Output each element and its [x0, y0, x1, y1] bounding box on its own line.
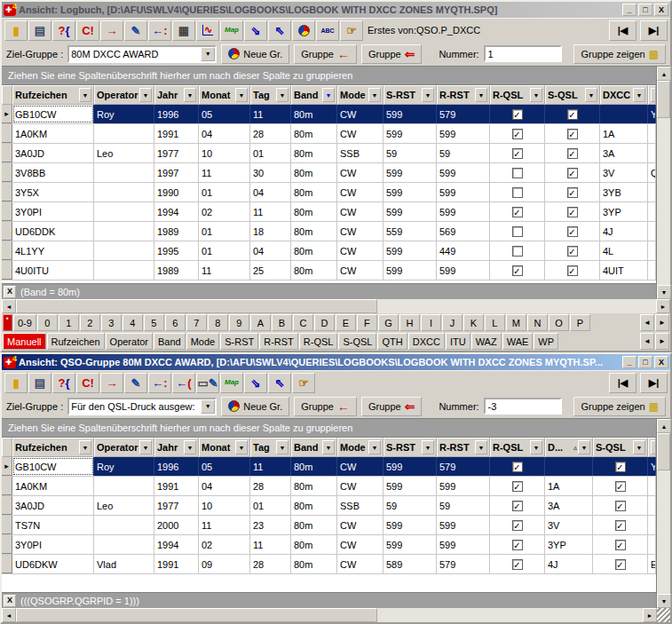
qsl-checkbox[interactable]: ✓: [567, 246, 578, 257]
column-header-tag[interactable]: Tag▼: [250, 85, 291, 105]
group-collapse-button[interactable]: ⇖: [268, 20, 291, 41]
horizontal-scrollbar[interactable]: ◄ ►: [2, 608, 670, 622]
column-filter-dropdown-icon[interactable]: ▼: [422, 88, 434, 102]
table-row[interactable]: 3A0JDLeo1977100180mSSB5959✓3A✓: [2, 496, 656, 516]
table-row[interactable]: 4U0ITU1989112580mCW599599✓✓4UIT: [2, 261, 656, 280]
titlebar-logbook[interactable]: Ansicht: Logbuch, [D:\AFU\SWLV4\QUERIES\…: [2, 2, 670, 18]
qsl-checkbox[interactable]: [512, 246, 523, 257]
qsl-checkbox[interactable]: ✓: [567, 109, 578, 120]
row-selector[interactable]: [2, 163, 12, 182]
tab-wae[interactable]: WAE: [502, 333, 534, 350]
column-header-mode[interactable]: Mode▼: [337, 438, 383, 457]
qsl-checkbox[interactable]: ✓: [512, 148, 523, 159]
row-selector[interactable]: ▸: [2, 457, 12, 476]
column-header-r-qsl[interactable]: R-QSL▼: [490, 85, 545, 105]
row-selector[interactable]: [2, 535, 12, 554]
row-selector[interactable]: ▸: [2, 105, 12, 123]
tab-m[interactable]: M: [506, 314, 526, 331]
tab-qth[interactable]: QTH: [377, 333, 407, 350]
last-record-button[interactable]: ▶|: [640, 20, 668, 41]
qsl-checkbox[interactable]: ✓: [512, 265, 523, 276]
goto-button[interactable]: ☞: [292, 373, 315, 393]
tab-waz[interactable]: WAZ: [471, 333, 502, 350]
last-record-button[interactable]: ▶|: [640, 373, 668, 393]
scroll-right-icon[interactable]: ►: [643, 608, 657, 622]
hscroll-thumb[interactable]: [16, 608, 377, 622]
tabs-scroll-left-icon[interactable]: ◄: [640, 333, 654, 350]
group-collapse-button[interactable]: ⇖: [268, 373, 291, 393]
tab-l[interactable]: L: [485, 314, 505, 331]
column-filter-dropdown-icon[interactable]: ▼: [276, 88, 289, 102]
ziel-gruppe-combobox[interactable]: Für den QSL-Druck ausgew: ▼: [67, 398, 217, 415]
chart-button[interactable]: ∿: [196, 20, 219, 41]
scroll-down-icon[interactable]: ▼: [657, 594, 671, 608]
column-header-s-qsl[interactable]: S-QSL▼: [545, 85, 600, 105]
scroll-up-icon[interactable]: ▲: [657, 419, 671, 433]
goto-button[interactable]: ☞: [340, 20, 363, 41]
group-by-dropzone[interactable]: Ziehen Sie eine Spaltenüberschrift hierh…: [2, 419, 656, 438]
tab-a[interactable]: A: [250, 314, 271, 331]
qsl-checkbox[interactable]: ✓: [567, 207, 578, 217]
form-edit-button[interactable]: ▭✎: [196, 373, 219, 393]
requery-button[interactable]: C!: [76, 20, 99, 41]
gruppe-add-button[interactable]: Gruppe ←: [294, 44, 357, 64]
sort-abc-button[interactable]: ABC: [316, 20, 339, 41]
column-header-rufzeichen[interactable]: Rufzeichen▼: [12, 438, 94, 457]
qsl-checkbox[interactable]: ✓: [567, 226, 578, 237]
vertical-scrollbar[interactable]: ▲ ▼: [656, 419, 670, 608]
column-filter-dropdown-icon[interactable]: ▼: [368, 440, 381, 454]
tab-manuell[interactable]: Manuell: [3, 333, 46, 350]
column-header-jahr[interactable]: Jahr▼: [154, 85, 199, 105]
qsl-checkbox[interactable]: [512, 226, 523, 237]
column-header-operator[interactable]: Operator▼: [94, 85, 154, 105]
row-selector[interactable]: [2, 555, 12, 573]
neue-gruppe-button[interactable]: Neue Gr.: [221, 397, 289, 416]
tab-k[interactable]: K: [463, 314, 484, 331]
vscroll-thumb[interactable]: [657, 81, 670, 118]
column-header-jahr[interactable]: Jahr▼: [154, 438, 199, 457]
column-filter-dropdown-icon[interactable]: ▼: [530, 88, 542, 102]
vscroll-track[interactable]: [657, 470, 670, 594]
hscroll-thumb[interactable]: [16, 299, 377, 313]
table-row[interactable]: 3Y0PI1994021180mCW599599✓✓3YP: [2, 202, 656, 222]
edit-note-button[interactable]: ✎: [124, 20, 147, 41]
qsl-checkbox[interactable]: ✓: [567, 168, 578, 178]
gruppe-add-all-button[interactable]: Gruppe ⇐: [361, 44, 422, 64]
tab-f[interactable]: F: [357, 314, 377, 331]
scroll-down-icon[interactable]: ▼: [657, 285, 671, 299]
row-selector[interactable]: [2, 183, 12, 201]
tab-r-rst[interactable]: R-RST: [259, 333, 298, 350]
row-selector[interactable]: [2, 516, 12, 534]
prior-minus-button[interactable]: ←:: [148, 20, 171, 41]
table-row[interactable]: 1A0KM1991042880mCW599599✓1A✓: [2, 477, 656, 496]
gruppe-zeigen-button[interactable]: Gruppe zeigen ▩: [573, 397, 666, 416]
tab-band[interactable]: Band: [154, 333, 186, 350]
tab-s-rst[interactable]: S-RST: [220, 333, 258, 350]
table-row[interactable]: 3Y5X1990010480mCW599599✓3YB: [2, 183, 656, 202]
column-filter-dropdown-icon[interactable]: ▼: [235, 88, 248, 102]
qsl-checkbox[interactable]: ✓: [567, 129, 578, 139]
table-row[interactable]: UD6DKWVlad1991092880mCW589579✓4J✓E: [2, 555, 656, 574]
column-header-dxcc[interactable]: DXCC▼: [600, 85, 648, 105]
tab-j[interactable]: J: [442, 314, 462, 331]
tab-4[interactable]: 4: [123, 314, 143, 331]
exit-button[interactable]: ▮: [4, 373, 28, 393]
combobox-dropdown-icon[interactable]: ▼: [201, 47, 215, 61]
first-record-button[interactable]: |◀: [609, 373, 636, 393]
tab-i[interactable]: I: [421, 314, 441, 331]
vscroll-track[interactable]: [657, 118, 670, 285]
qsl-checkbox[interactable]: ✓: [512, 520, 523, 531]
prior-paren-button[interactable]: ←(: [172, 373, 195, 393]
column-header-d[interactable]: D...▵▼: [545, 438, 593, 457]
tab-9[interactable]: 9: [229, 314, 249, 331]
tab-c[interactable]: C: [293, 314, 313, 331]
column-header-monat[interactable]: Monat▼: [199, 85, 250, 105]
gruppe-add-button[interactable]: Gruppe ←: [294, 397, 357, 416]
column-filter-dropdown-icon[interactable]: ▼: [235, 440, 248, 454]
tab-rufzeichen[interactable]: Rufzeichen: [47, 333, 105, 350]
qsl-checkbox[interactable]: ✓: [615, 540, 626, 550]
group-expand-button[interactable]: ⇘: [244, 373, 267, 393]
column-filter-dropdown-icon[interactable]: ▼: [139, 440, 152, 454]
row-selector[interactable]: [2, 124, 12, 143]
ziel-gruppe-combobox[interactable]: 80M DXCC AWARD ▼: [67, 45, 217, 63]
